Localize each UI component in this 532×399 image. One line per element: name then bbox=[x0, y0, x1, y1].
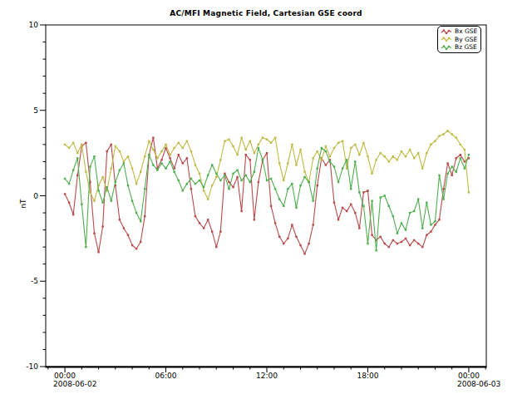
x-tick-date-label: 2008-06-03 bbox=[457, 380, 500, 388]
x-tick-label: 12:00 bbox=[256, 372, 278, 380]
plot-area: 00:002008-06-0206:0012:0018:0000:002008-… bbox=[0, 0, 532, 399]
legend-entry-bz-gse: Bz GSE bbox=[441, 44, 479, 52]
plot-frame bbox=[46, 25, 487, 367]
legend-label-bz: Bz GSE bbox=[455, 44, 477, 51]
series-by-gse bbox=[64, 130, 470, 202]
series-bx-gse bbox=[64, 136, 470, 254]
y-tick-label: 0 bbox=[33, 192, 38, 200]
series-bz-gse bbox=[64, 147, 470, 252]
legend-line-sample-by-icon bbox=[441, 36, 453, 43]
y-axis-ticks: 1050-5-10 bbox=[26, 21, 46, 371]
x-axis-ticks: 00:002008-06-0206:0012:0018:0000:002008-… bbox=[48, 367, 500, 388]
x-tick-date-label: 2008-06-02 bbox=[53, 380, 96, 388]
x-tick-label: 06:00 bbox=[155, 372, 177, 380]
x-tick-label: 00:00 bbox=[458, 372, 480, 380]
legend-entry-bx-gse: Bx GSE bbox=[441, 28, 479, 36]
x-tick-label: 00:00 bbox=[54, 372, 76, 380]
x-tick-label: 18:00 bbox=[357, 372, 379, 380]
legend-line-sample-bz-icon bbox=[441, 44, 453, 52]
y-tick-label: -10 bbox=[26, 362, 38, 371]
y-tick-label: 5 bbox=[33, 106, 38, 115]
y-axis-unit-label: nT bbox=[19, 199, 27, 208]
chart-figure: AC/MFI Magnetic Field, Cartesian GSE coo… bbox=[0, 0, 532, 399]
y-tick-label: 10 bbox=[29, 21, 39, 29]
legend-label-bx: Bx GSE bbox=[455, 28, 477, 35]
legend: Bx GSE By GSE Bz GSE bbox=[437, 26, 481, 53]
legend-line-sample-bx-icon bbox=[441, 28, 453, 36]
legend-label-by: By GSE bbox=[455, 37, 477, 43]
y-tick-label: -5 bbox=[31, 277, 38, 285]
legend-entry-by-gse: By GSE bbox=[441, 36, 479, 43]
chart-title: AC/MFI Magnetic Field, Cartesian GSE coo… bbox=[0, 9, 532, 17]
